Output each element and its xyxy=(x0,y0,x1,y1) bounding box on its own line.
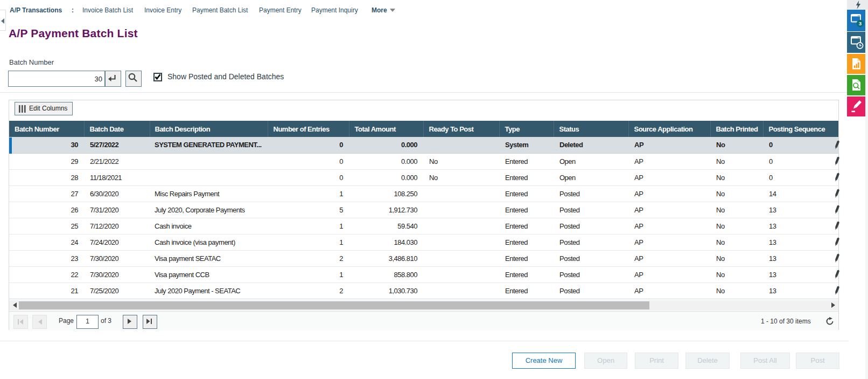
svg-text:3: 3 xyxy=(859,20,862,26)
